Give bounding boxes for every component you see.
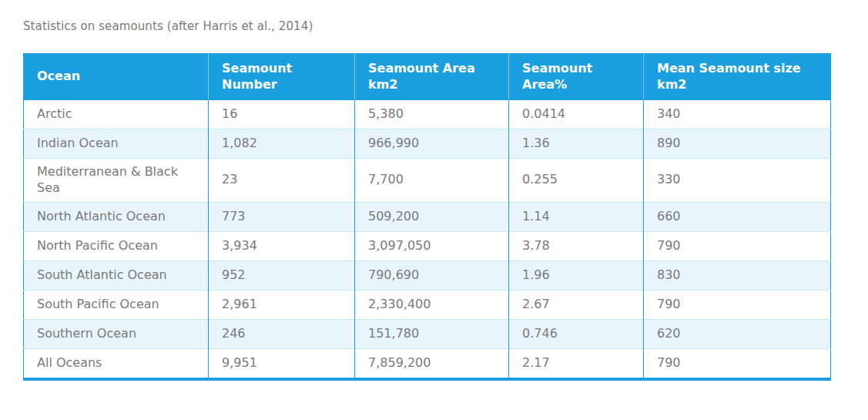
value-cell-mean-seamount-size-km2: 660 — [644, 202, 831, 231]
table-row-mediterranean-black-sea: Mediterranean & Black Sea237,7000.255330 — [24, 159, 831, 203]
value-cell-seamount-number: 16 — [209, 100, 355, 129]
value-cell-seamount-number: 23 — [209, 159, 355, 203]
ocean-name-cell: North Atlantic Ocean — [24, 202, 209, 231]
value-cell-seamount-number: 246 — [209, 319, 355, 348]
value-cell-mean-seamount-size-km2: 790 — [644, 348, 831, 379]
ocean-name-cell: South Pacific Ocean — [24, 290, 209, 319]
ocean-name-cell: Mediterranean & Black Sea — [24, 159, 209, 203]
value-cell-seamount-area-km2: 790,690 — [355, 260, 509, 290]
value-cell-seamount-number: 952 — [209, 260, 355, 290]
value-cell-seamount-area: 0.0414 — [509, 100, 644, 129]
value-cell-seamount-area-km2: 509,200 — [355, 202, 509, 231]
table-row-arctic: Arctic165,3800.0414340 — [24, 100, 831, 129]
value-cell-mean-seamount-size-km2: 890 — [644, 129, 831, 159]
value-cell-seamount-number: 1,082 — [209, 129, 355, 159]
table-row-south-pacific-ocean: South Pacific Ocean2,9612,330,4002.67790 — [24, 290, 831, 319]
column-header-seamount-area-km2: Seamount Areakm2 — [355, 53, 509, 100]
table-row-north-atlantic-ocean: North Atlantic Ocean773509,2001.14660 — [24, 202, 831, 231]
ocean-name-cell: South Atlantic Ocean — [24, 260, 209, 290]
value-cell-seamount-area: 3.78 — [509, 231, 644, 260]
value-cell-mean-seamount-size-km2: 790 — [644, 290, 831, 319]
table-header: OceanSeamountNumberSeamount Areakm2Seamo… — [24, 53, 831, 100]
value-cell-seamount-number: 773 — [209, 202, 355, 231]
table-row-north-pacific-ocean: North Pacific Ocean3,9343,097,0503.78790 — [24, 231, 831, 260]
table-row-southern-ocean: Southern Ocean246151,7800.746620 — [24, 319, 831, 348]
column-header-seamount-number: SeamountNumber — [209, 53, 355, 100]
value-cell-seamount-number: 3,934 — [209, 231, 355, 260]
table-row-all-oceans: All Oceans9,9517,859,2002.17790 — [24, 348, 831, 379]
value-cell-mean-seamount-size-km2: 340 — [644, 100, 831, 129]
ocean-name-cell: North Pacific Ocean — [24, 231, 209, 260]
value-cell-seamount-area: 1.14 — [509, 202, 644, 231]
value-cell-seamount-area: 1.36 — [509, 129, 644, 159]
value-cell-mean-seamount-size-km2: 330 — [644, 159, 831, 203]
ocean-name-cell: All Oceans — [24, 348, 209, 379]
value-cell-seamount-area: 1.96 — [509, 260, 644, 290]
column-header-seamount-area: SeamountArea% — [509, 53, 644, 100]
value-cell-seamount-area: 2.67 — [509, 290, 644, 319]
page: Statistics on seamounts (after Harris et… — [0, 0, 868, 420]
value-cell-seamount-area: 0.255 — [509, 159, 644, 203]
value-cell-seamount-area-km2: 5,380 — [355, 100, 509, 129]
seamounts-table: OceanSeamountNumberSeamount Areakm2Seamo… — [23, 53, 831, 381]
value-cell-seamount-area: 2.17 — [509, 348, 644, 379]
value-cell-mean-seamount-size-km2: 830 — [644, 260, 831, 290]
column-header-ocean: Ocean — [24, 53, 209, 100]
value-cell-seamount-area: 0.746 — [509, 319, 644, 348]
ocean-name-cell: Arctic — [24, 100, 209, 129]
ocean-name-cell: Indian Ocean — [24, 129, 209, 159]
column-header-mean-seamount-size-km2: Mean Seamount sizekm2 — [644, 53, 831, 100]
value-cell-seamount-number: 2,961 — [209, 290, 355, 319]
value-cell-seamount-area-km2: 7,859,200 — [355, 348, 509, 379]
table-row-indian-ocean: Indian Ocean1,082966,9901.36890 — [24, 129, 831, 159]
value-cell-seamount-area-km2: 7,700 — [355, 159, 509, 203]
table-body: Arctic165,3800.0414340Indian Ocean1,0829… — [24, 100, 831, 379]
table-header-row: OceanSeamountNumberSeamount Areakm2Seamo… — [24, 53, 831, 100]
table-row-south-atlantic-ocean: South Atlantic Ocean952790,6901.96830 — [24, 260, 831, 290]
page-title: Statistics on seamounts (after Harris et… — [23, 19, 845, 33]
value-cell-mean-seamount-size-km2: 790 — [644, 231, 831, 260]
value-cell-seamount-area-km2: 2,330,400 — [355, 290, 509, 319]
value-cell-seamount-number: 9,951 — [209, 348, 355, 379]
value-cell-mean-seamount-size-km2: 620 — [644, 319, 831, 348]
value-cell-seamount-area-km2: 966,990 — [355, 129, 509, 159]
value-cell-seamount-area-km2: 151,780 — [355, 319, 509, 348]
value-cell-seamount-area-km2: 3,097,050 — [355, 231, 509, 260]
ocean-name-cell: Southern Ocean — [24, 319, 209, 348]
